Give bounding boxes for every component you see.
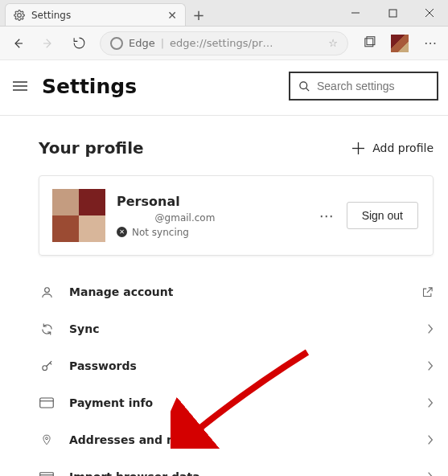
svg-rect-20 [40, 473, 54, 476]
svg-point-11 [300, 81, 307, 88]
forward-button[interactable] [34, 29, 63, 58]
address-bar[interactable]: Edge | edge://settings/pr… ☆ [100, 31, 348, 55]
profile-card: Personal @gmail.com Not syncing ⋯ Sign o… [39, 175, 434, 256]
not-syncing-icon [117, 227, 127, 237]
collections-button[interactable] [355, 29, 384, 58]
chevron-right-icon [427, 397, 434, 408]
list-item-label: Addresses and more [69, 433, 413, 446]
favorite-star-icon[interactable]: ☆ [328, 37, 338, 49]
chevron-right-icon [427, 471, 434, 476]
refresh-button[interactable] [64, 29, 93, 58]
profile-name: Personal [117, 194, 308, 209]
svg-rect-6 [364, 39, 372, 47]
profile-avatar-button[interactable] [385, 29, 414, 58]
svg-rect-7 [366, 37, 374, 45]
minimize-button[interactable] [337, 0, 374, 27]
list-item-import-browser-data[interactable]: Import browser data [39, 458, 434, 476]
search-box[interactable] [289, 72, 438, 101]
list-item-payment-info[interactable]: Payment info [39, 384, 434, 421]
search-input[interactable] [317, 80, 429, 92]
import-icon [39, 470, 55, 476]
list-item-label: Passwords [69, 359, 413, 372]
content-area: Your profile Add profile Personal @gmail… [0, 116, 448, 476]
plus-icon: + [192, 6, 204, 23]
profile-more-button[interactable]: ⋯ [319, 207, 335, 224]
card-icon [39, 397, 55, 408]
plus-icon [352, 142, 364, 154]
profile-info: Personal @gmail.com Not syncing [117, 194, 308, 238]
list-item-label: Payment info [69, 396, 413, 409]
url-text: edge://settings/pr… [170, 37, 323, 49]
chevron-right-icon [427, 323, 434, 334]
profile-header: Your profile Add profile [39, 138, 434, 158]
add-profile-button[interactable]: Add profile [352, 142, 434, 154]
chevron-right-icon [427, 360, 434, 371]
edge-logo-icon [110, 37, 123, 50]
section-title: Your profile [39, 138, 144, 158]
close-window-button[interactable] [411, 0, 448, 27]
browser-toolbar: Edge | edge://settings/pr… ☆ ⋯ [0, 27, 448, 60]
profile-email: @gmail.com [117, 212, 253, 224]
svg-point-15 [44, 287, 49, 292]
back-button[interactable] [3, 29, 32, 58]
profile-avatar [52, 189, 105, 242]
new-tab-button[interactable]: + [186, 3, 212, 26]
search-icon [298, 80, 310, 92]
more-menu-button[interactable]: ⋯ [416, 29, 445, 58]
list-item-label: Import browser data [69, 470, 413, 476]
list-item-addresses-and-more[interactable]: Addresses and more [39, 421, 434, 458]
sign-out-button[interactable]: Sign out [347, 202, 418, 229]
window-controls [337, 0, 448, 26]
sync-status-row: Not syncing [117, 227, 308, 238]
list-item-label: Sync [69, 322, 413, 335]
avatar-icon [391, 35, 409, 52]
maximize-button[interactable] [374, 0, 411, 27]
svg-point-19 [46, 437, 48, 440]
external-link-icon [421, 286, 434, 298]
window-titlebar: Settings ✕ + [0, 0, 448, 27]
page-title: Settings [42, 75, 137, 98]
gear-icon [14, 10, 25, 21]
url-separator: | [161, 37, 164, 49]
url-brand: Edge [129, 37, 155, 49]
hamburger-menu-button[interactable] [13, 80, 27, 92]
add-profile-label: Add profile [372, 142, 434, 154]
list-item-passwords[interactable]: Passwords [39, 347, 434, 384]
svg-rect-17 [40, 398, 54, 408]
settings-header: Settings [0, 60, 448, 115]
sync-status-text: Not syncing [132, 227, 189, 238]
person-icon [39, 285, 55, 299]
tab-title: Settings [31, 10, 167, 21]
svg-rect-1 [389, 10, 397, 17]
svg-line-12 [306, 88, 309, 91]
list-item-label: Manage account [69, 285, 407, 298]
svg-point-16 [42, 365, 47, 370]
browser-tab[interactable]: Settings ✕ [5, 3, 186, 26]
sync-icon [39, 322, 55, 336]
pin-icon [39, 433, 55, 447]
settings-list: Manage accountSyncPasswordsPayment infoA… [39, 273, 434, 476]
chevron-right-icon [427, 434, 434, 445]
close-tab-icon[interactable]: ✕ [167, 9, 177, 22]
list-item-sync[interactable]: Sync [39, 310, 434, 347]
list-item-manage-account[interactable]: Manage account [39, 273, 434, 310]
key-icon [39, 359, 55, 373]
